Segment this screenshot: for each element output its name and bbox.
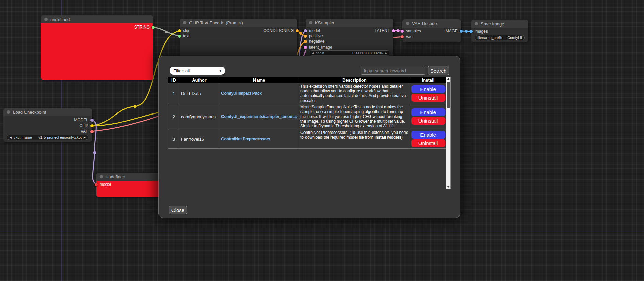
node-title-bar[interactable]: undefined — [41, 15, 153, 23]
node-title-bar[interactable]: VAE Decode — [402, 19, 461, 28]
column-header-description: Description — [299, 77, 410, 83]
table-row: 1 Dr.Lt.Data ComfyUI Impact Pack This ex… — [168, 83, 446, 104]
output-dot[interactable] — [90, 124, 94, 127]
input-dot[interactable] — [178, 29, 181, 32]
decrement-arrow-icon[interactable]: ◀ — [10, 136, 12, 139]
input-slot-negative[interactable]: negative — [304, 39, 324, 44]
node-body — [41, 23, 153, 80]
cell-description: ModelSamplerTonemapNoiseTest a node that… — [299, 104, 410, 129]
seed-widget[interactable]: ◀ seed 156680208700286 ▶ — [309, 50, 390, 56]
output-dot[interactable] — [392, 29, 395, 32]
input-dot[interactable] — [178, 35, 181, 38]
input-slot-samples[interactable]: samples — [401, 28, 421, 34]
output-slot-vae[interactable]: VAE — [81, 129, 94, 134]
node-title-bar[interactable]: Load Checkpoint — [3, 108, 92, 116]
input-slot-model[interactable]: model — [95, 182, 111, 187]
input-slot-model[interactable]: model — [304, 28, 320, 33]
extension-link[interactable]: ControlNet Preprocessors — [221, 137, 297, 141]
node-title-bar[interactable]: CLIP Text Encode (Prompt) — [180, 19, 297, 27]
collapse-toggle-icon[interactable] — [475, 22, 478, 25]
input-dot[interactable] — [304, 46, 307, 49]
table-row: 3 Fannovel16 ControlNet Preprocessors Co… — [168, 129, 446, 149]
collapse-toggle-icon[interactable] — [309, 21, 312, 24]
node-title: CLIP Text Encode (Prompt) — [189, 20, 243, 25]
node-title: Load Checkpoint — [13, 110, 46, 115]
input-dot[interactable] — [469, 30, 473, 33]
node-load-checkpoint[interactable]: Load Checkpoint MODEL CLIP VAE ◀ ckpt_na… — [3, 108, 92, 142]
uninstall-button[interactable]: Uninstall — [411, 139, 445, 147]
node-undefined-top[interactable]: undefined STRING — [41, 15, 153, 80]
input-dot[interactable] — [304, 35, 307, 38]
column-header-install: Install — [410, 77, 446, 83]
input-dot[interactable] — [401, 30, 404, 33]
scrollbar-thumb[interactable] — [447, 82, 450, 108]
column-header-author: Author — [179, 77, 219, 83]
extension-link[interactable]: ComfyUI Impact Pack — [221, 91, 297, 96]
wire-dot-string — [165, 31, 168, 33]
output-slot-latent[interactable]: LATENT — [375, 28, 395, 33]
increment-arrow-icon[interactable]: ▶ — [385, 52, 387, 55]
uninstall-button[interactable]: Uninstall — [411, 94, 445, 102]
graph-canvas[interactable]: undefined STRING CLIP Text Encode (Promp… — [0, 0, 644, 281]
filter-select[interactable]: Filter: all ▾ — [170, 67, 225, 75]
enable-button[interactable]: Enable — [411, 85, 445, 93]
input-slot-images[interactable]: images — [469, 29, 488, 34]
input-dot[interactable] — [401, 35, 404, 38]
output-slot-clip[interactable]: CLIP — [79, 123, 94, 128]
output-dot[interactable] — [460, 30, 463, 33]
wire-dot-clip — [134, 105, 137, 108]
collapse-toggle-icon[interactable] — [406, 22, 409, 25]
input-dot[interactable] — [95, 183, 98, 186]
collapse-toggle-icon[interactable] — [44, 18, 48, 21]
wire-dot-image — [465, 30, 468, 33]
decrement-arrow-icon[interactable]: ◀ — [312, 52, 314, 55]
search-input[interactable] — [361, 67, 425, 75]
input-dot[interactable] — [304, 29, 307, 32]
node-title: Save Image — [481, 21, 504, 27]
search-button[interactable]: Search — [428, 66, 449, 75]
cell-install: Enable Uninstall — [410, 129, 446, 149]
node-title-bar[interactable]: Save Image — [471, 20, 528, 28]
enable-button[interactable]: Enable — [411, 131, 445, 139]
output-slot-image[interactable]: IMAGE — [444, 28, 463, 34]
output-slot-conditioning[interactable]: CONDITIONING — [263, 28, 299, 33]
cell-id: 3 — [168, 129, 179, 149]
extension-link[interactable]: ComfyUI_experiments/sampler_tonemap — [221, 114, 297, 119]
input-slot-positive[interactable]: positive — [304, 33, 323, 39]
input-slot-vae[interactable]: vae — [401, 34, 412, 39]
canvas-axis-horizontal — [0, 232, 644, 232]
output-dot[interactable] — [296, 29, 299, 32]
wire-dot-latent — [397, 29, 399, 32]
cell-author: comfyanonymous — [179, 104, 219, 129]
input-slot-latent-image[interactable]: latent_image — [304, 45, 332, 50]
node-title-bar[interactable]: KSampler — [306, 19, 393, 27]
close-button[interactable]: Close — [169, 206, 187, 214]
uninstall-button[interactable]: Uninstall — [411, 117, 445, 125]
output-slot-string[interactable]: STRING — [134, 24, 155, 30]
cell-author: Dr.Lt.Data — [179, 83, 219, 104]
enable-button[interactable]: Enable — [411, 108, 445, 116]
collapse-toggle-icon[interactable] — [7, 110, 10, 114]
node-save-image[interactable]: Save Image images filename_prefix ComfyU… — [471, 20, 528, 42]
cell-id: 1 — [168, 83, 179, 104]
ckpt-name-widget[interactable]: ◀ ckpt_name v1-5-pruned-emaonly.ckpt ▶ — [7, 135, 88, 140]
output-dot[interactable] — [90, 130, 94, 133]
node-vae-decode[interactable]: VAE Decode samples vae IMAGE — [402, 19, 461, 42]
filename-prefix-widget[interactable]: filename_prefix ComfyUI — [475, 35, 525, 40]
input-slot-clip[interactable]: clip — [178, 28, 189, 33]
table-scrollbar[interactable] — [446, 77, 451, 189]
scroll-up-icon[interactable] — [447, 78, 450, 80]
input-dot[interactable] — [304, 40, 307, 43]
scroll-down-icon[interactable] — [447, 186, 450, 188]
custom-nodes-manager-dialog: Filter: all ▾ Search ID Author Name Desc… — [158, 56, 460, 218]
column-header-id: ID — [168, 77, 179, 83]
collapse-toggle-icon[interactable] — [183, 21, 186, 24]
collapse-toggle-icon[interactable] — [100, 175, 103, 178]
output-dot[interactable] — [152, 26, 155, 29]
output-dot[interactable] — [90, 119, 94, 122]
node-ksampler[interactable]: KSampler model positive negative latent_… — [306, 19, 393, 59]
input-slot-text[interactable]: text — [178, 33, 189, 39]
increment-arrow-icon[interactable]: ▶ — [84, 136, 86, 139]
node-title: undefined — [50, 17, 70, 22]
output-slot-model[interactable]: MODEL — [74, 117, 94, 123]
